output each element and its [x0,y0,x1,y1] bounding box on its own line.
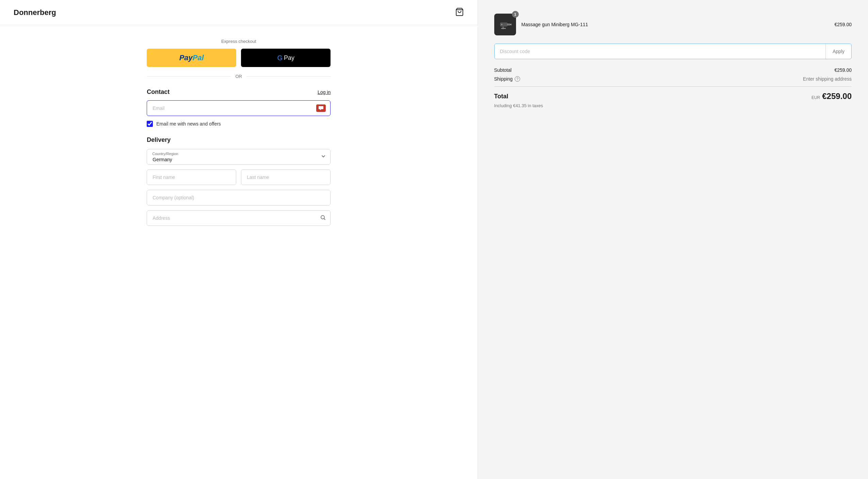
subtotal-label: Subtotal [494,67,512,73]
product-name: Massage gun Miniberg MG-111 [521,22,835,27]
svg-point-3 [322,108,322,108]
contact-section-header: Contact Log in [147,88,331,96]
svg-point-1 [320,108,320,108]
svg-point-2 [321,108,321,108]
last-name-field[interactable] [241,169,331,185]
address-field[interactable] [147,210,331,226]
paypal-button[interactable]: PayPal [147,49,236,67]
contact-title: Contact [147,88,170,96]
search-icon [320,215,326,221]
product-row: 1 Massage gun Miniberg MG-111 €259.00 [494,14,852,35]
name-row [147,169,331,185]
delivery-title: Delivery [147,136,331,144]
svg-rect-7 [507,23,510,26]
country-select[interactable]: Germany [147,149,331,165]
company-field[interactable] [147,190,331,205]
or-divider: OR [147,74,331,79]
shipping-label: Shipping ? [494,76,520,82]
newsletter-checkbox[interactable] [147,121,153,127]
subtotal-value: €259.00 [834,67,852,73]
total-amount: €259.00 [822,92,852,101]
last-name-wrapper [241,169,331,185]
logo: Donnerberg [14,8,56,17]
product-image-wrapper: 1 [494,14,516,35]
first-name-wrapper [147,169,236,185]
country-select-wrapper: Country/Region Germany [147,149,331,165]
email-wrapper [147,100,331,116]
gpay-button[interactable]: GPay [241,49,331,67]
email-field[interactable] [147,100,331,116]
svg-point-9 [501,24,502,25]
product-price: €259.00 [834,22,852,27]
header: Donnerberg [0,0,478,25]
address-wrapper [147,210,331,226]
order-summary-panel: 1 Massage gun Miniberg MG-111 €259.00 Ap… [478,0,868,479]
discount-row: Apply [494,44,852,59]
tax-note: Including €41.35 in taxes [494,103,852,108]
summary-divider [494,86,852,87]
product-info: Massage gun Miniberg MG-111 [521,22,835,27]
log-in-link[interactable]: Log in [318,89,331,95]
total-label: Total [494,93,509,100]
shipping-value: Enter shipping address [803,76,852,82]
subtotal-row: Subtotal €259.00 [494,67,852,73]
express-checkout-label: Express checkout [147,39,331,44]
product-quantity-badge: 1 [512,11,519,18]
chat-icon [316,104,326,112]
total-currency: EUR [811,95,820,100]
shipping-row: Shipping ? Enter shipping address [494,76,852,82]
company-wrapper [147,190,331,205]
apply-button[interactable]: Apply [825,44,851,59]
discount-input[interactable] [495,44,825,59]
cart-icon[interactable] [455,7,464,17]
newsletter-row: Email me with news and offers [147,121,331,127]
first-name-field[interactable] [147,169,236,185]
svg-line-5 [324,218,325,219]
product-image [494,14,516,35]
svg-rect-10 [501,28,506,29]
express-checkout-buttons: PayPal GPay [147,49,331,67]
total-right: EUR €259.00 [811,92,852,101]
shipping-info-icon[interactable]: ? [515,76,520,82]
newsletter-label[interactable]: Email me with news and offers [156,121,221,127]
total-row: Total EUR €259.00 [494,92,852,101]
